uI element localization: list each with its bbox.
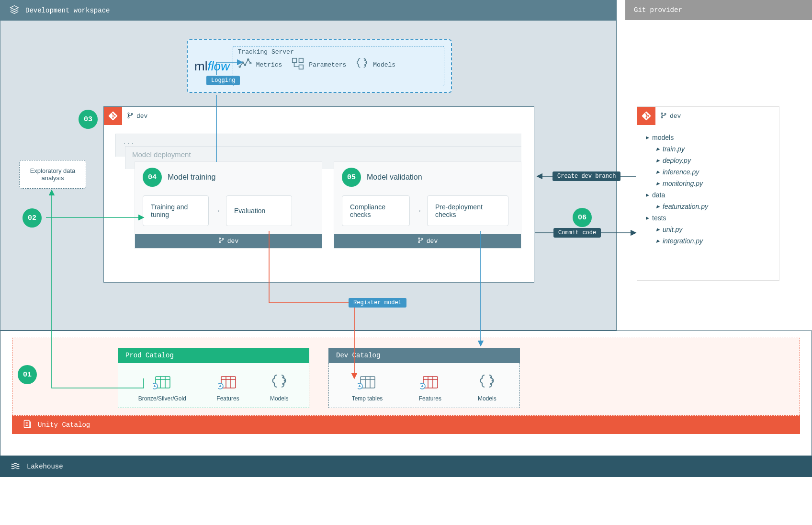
svg-rect-7 xyxy=(299,65,304,69)
git-icon xyxy=(637,107,655,125)
svg-rect-5 xyxy=(293,58,297,63)
lakehouse-container: Prod Catalog Bronze/Silver/Gold Features… xyxy=(0,331,812,477)
predeploy-box: Pre-deployment checks xyxy=(427,195,508,226)
tree-file: ▶train.py xyxy=(646,143,770,155)
git-provider-header: Git provider xyxy=(625,0,812,20)
evaluation-box: Evaluation xyxy=(226,195,292,226)
branch-label: dev xyxy=(127,112,147,120)
svg-rect-6 xyxy=(299,58,304,63)
tree-folder-tests: ▶tests xyxy=(646,212,770,224)
catalog-item: Features xyxy=(419,373,441,402)
svg-point-13 xyxy=(131,113,133,114)
brain-icon xyxy=(355,57,369,73)
commit-code-tag: Commit code xyxy=(553,228,601,238)
tree-file: ▶deploy.py xyxy=(646,155,770,166)
table-icon xyxy=(420,373,440,393)
svg-point-9 xyxy=(366,62,367,63)
metrics-icon xyxy=(238,57,252,73)
svg-point-8 xyxy=(365,60,366,61)
svg-point-36 xyxy=(491,383,492,384)
step-03: 03 xyxy=(79,110,98,129)
catalog-item: Bronze/Silver/Gold xyxy=(138,373,186,402)
training-tuning-box: Training and tuning xyxy=(143,195,209,226)
table-icon xyxy=(358,373,377,393)
mlflow-logo-flow: flow xyxy=(207,59,229,74)
tree-folder-models: ▶models xyxy=(646,132,770,143)
svg-point-10 xyxy=(365,65,366,66)
stack-icon xyxy=(9,4,20,17)
water-stack-icon xyxy=(11,460,21,473)
parameters-icon xyxy=(291,57,305,73)
svg-point-17 xyxy=(418,238,420,239)
register-model-tag: Register model xyxy=(349,298,406,308)
svg-point-12 xyxy=(128,116,129,118)
dev-workspace-header: Development workspace xyxy=(0,0,616,21)
tracking-metrics: Metrics xyxy=(238,57,282,73)
brain-icon xyxy=(270,373,289,393)
catalog-item: Models xyxy=(270,373,289,402)
table-icon xyxy=(153,373,172,393)
prod-catalog: Prod Catalog Bronze/Silver/Gold Features… xyxy=(118,348,309,408)
git-panel-header: dev xyxy=(637,107,779,125)
mlflow-logo-ml: ml xyxy=(194,59,207,74)
exploratory-box: Exploratory data analysis xyxy=(19,160,86,189)
step-04: 04 xyxy=(143,168,162,187)
tree-file: ▶monitoring.py xyxy=(646,178,770,189)
svg-point-15 xyxy=(219,241,221,243)
git-panel: dev ▶models ▶train.py ▶deploy.py ▶infere… xyxy=(637,106,779,281)
catalog-item: Models xyxy=(477,373,496,402)
logging-tag: Logging xyxy=(206,76,240,85)
svg-point-20 xyxy=(661,113,663,114)
svg-point-11 xyxy=(128,113,129,114)
model-training-card: 04 Model training Training and tuning → … xyxy=(135,161,322,249)
arrow-icon: → xyxy=(214,206,221,215)
branch-icon xyxy=(660,112,667,120)
brain-icon xyxy=(477,373,496,393)
svg-point-35 xyxy=(492,380,493,381)
git-provider-title: Git provider xyxy=(634,6,682,14)
dev-workspace-title: Development workspace xyxy=(25,7,110,14)
main-flow-box: dev ... Model deployment 04 Model traini… xyxy=(103,106,534,283)
unity-catalog-dashed: Prod Catalog Bronze/Silver/Gold Features… xyxy=(12,338,800,416)
dev-catalog: Dev Catalog Temp tables Features Models xyxy=(328,348,520,408)
catalog-item: Features xyxy=(216,373,239,402)
step-06: 06 xyxy=(573,208,592,227)
step-05: 05 xyxy=(342,168,361,187)
tree-file: ▶unit.py xyxy=(646,224,770,235)
svg-point-22 xyxy=(665,113,666,114)
compliance-box: Compliance checks xyxy=(342,195,410,226)
svg-point-19 xyxy=(421,238,423,240)
catalog-item: Temp tables xyxy=(352,373,383,402)
main-flow-header: dev xyxy=(104,107,534,125)
svg-point-21 xyxy=(661,116,663,118)
tree-file: ▶integration.py xyxy=(646,235,770,247)
catalog-icon xyxy=(23,419,32,431)
git-icon xyxy=(104,107,122,125)
tree-file: ▶featurization.py xyxy=(646,201,770,212)
tracking-models: Models xyxy=(355,57,395,73)
git-tree: ▶models ▶train.py ▶deploy.py ▶inference.… xyxy=(637,125,779,253)
mlflow-logo: mlflow xyxy=(194,59,230,74)
tree-file: ▶inference.py xyxy=(646,166,770,178)
svg-point-27 xyxy=(283,377,284,378)
svg-point-18 xyxy=(418,241,420,243)
model-validation-card: 05 Model validation Compliance checks → … xyxy=(334,161,521,249)
step-01: 01 xyxy=(18,365,37,384)
create-branch-tag: Create dev branch xyxy=(553,171,620,181)
svg-point-34 xyxy=(491,377,492,378)
branch-icon xyxy=(127,112,134,120)
branch-icon xyxy=(417,237,424,245)
svg-point-14 xyxy=(219,238,221,239)
table-icon xyxy=(218,373,237,393)
branch-icon xyxy=(218,237,225,245)
svg-point-16 xyxy=(222,238,224,240)
main-flow-body: ... Model deployment 04 Model training T… xyxy=(104,125,534,283)
unity-catalog-footer: Unity Catalog xyxy=(12,416,800,434)
step-02: 02 xyxy=(23,208,42,228)
svg-point-29 xyxy=(283,383,284,384)
tree-folder-data: ▶data xyxy=(646,189,770,201)
tracking-parameters: Parameters xyxy=(291,57,346,73)
svg-point-28 xyxy=(284,380,285,381)
tracking-server-box: Tracking Server Metrics Parameters Model… xyxy=(233,46,444,86)
arrow-icon: → xyxy=(415,206,422,215)
